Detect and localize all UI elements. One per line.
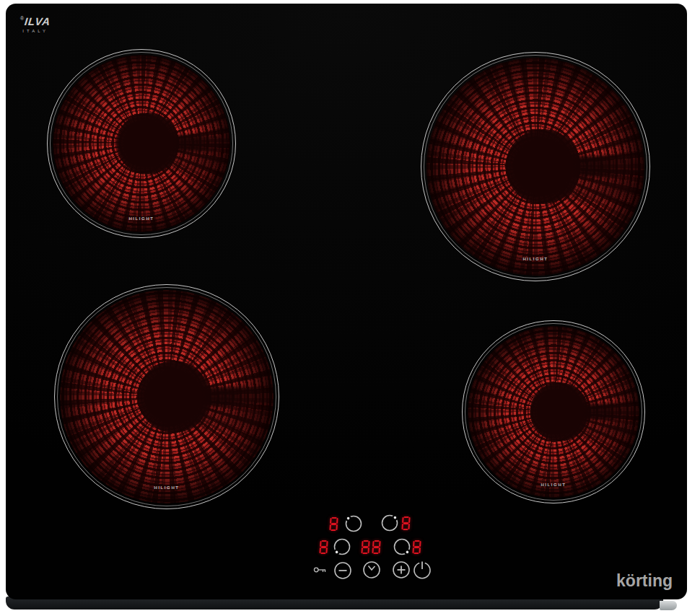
seven-segment-digit: [412, 540, 421, 554]
plus-button[interactable]: [391, 560, 411, 580]
burner-rear-left: HILIGHT: [47, 49, 236, 238]
ilva-logo-text: ILVA: [24, 16, 51, 27]
zone-select-rear-right-button[interactable]: [380, 513, 400, 533]
power-display-front-left: [320, 540, 328, 554]
power-display-rear-right: [402, 516, 410, 530]
zone-select-front-right-button[interactable]: [392, 537, 412, 557]
minus-button[interactable]: [333, 560, 353, 581]
key-lock-icon: [313, 565, 328, 575]
burner-front-left-center-hub: [138, 361, 210, 433]
registered-mark: ®: [20, 16, 24, 21]
seven-segment-digit: [329, 517, 338, 531]
power-button[interactable]: [412, 560, 432, 580]
burner-rear-right: HILIGHT: [421, 52, 650, 281]
cooktop-product-photo: ®ILVA ITALY körting HILIGHT HILIGHT HILI…: [0, 0, 700, 616]
zone-select-front-left-button[interactable]: [332, 537, 352, 557]
burner-front-right-coil: HILIGHT: [468, 326, 639, 498]
burner-rear-left-center-hub: [117, 113, 179, 175]
zone-select-rear-left-button[interactable]: [344, 514, 364, 534]
seven-segment-digit: [401, 516, 410, 530]
burner-front-left-coil: HILIGHT: [60, 290, 274, 503]
power-display-front-right: [413, 540, 421, 554]
korting-logo: körting: [603, 571, 673, 591]
burner-rear-right-coil: HILIGHT: [426, 58, 644, 276]
front-edge-notch: [660, 601, 677, 610]
power-display-rear-left: [330, 517, 338, 531]
ilva-logo: ®ILVA ITALY: [20, 16, 51, 33]
seven-segment-digit: [361, 540, 369, 554]
burner-rear-right-center-hub: [505, 129, 580, 204]
timer-display: [362, 540, 380, 554]
ilva-logo-country: ITALY: [20, 29, 51, 33]
burner-front-right: HILIGHT: [462, 320, 645, 503]
seven-segment-digit: [372, 540, 380, 554]
seven-segment-digit: [319, 540, 328, 554]
burner-front-left: HILIGHT: [54, 284, 279, 509]
burner-rear-left-coil: HILIGHT: [53, 55, 230, 232]
burner-front-right-center-hub: [530, 382, 589, 441]
timer-clock-button[interactable]: [362, 560, 382, 580]
